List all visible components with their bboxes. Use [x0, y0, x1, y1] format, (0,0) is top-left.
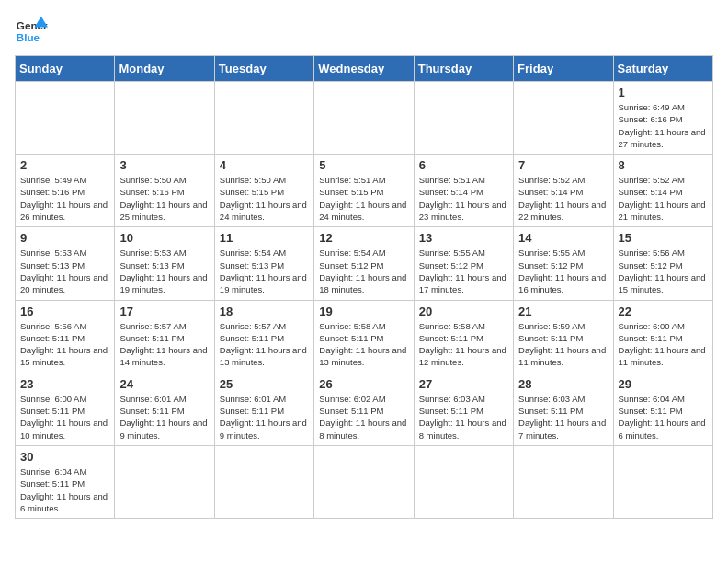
calendar-week-row: 9Sunrise: 5:53 AM Sunset: 5:13 PM Daylig… [16, 227, 713, 300]
day-number: 24 [119, 377, 209, 391]
day-info: Sunrise: 5:55 AM Sunset: 5:12 PM Dayligh… [518, 247, 608, 295]
day-info: Sunrise: 5:49 AM Sunset: 5:16 PM Dayligh… [20, 174, 109, 223]
calendar-cell: 23Sunrise: 6:00 AM Sunset: 5:11 PM Dayli… [16, 373, 115, 445]
calendar-cell [16, 82, 115, 155]
calendar-cell: 15Sunrise: 5:56 AM Sunset: 5:12 PM Dayli… [613, 227, 712, 300]
page-header: GeneralBlue [15, 15, 713, 48]
calendar-cell: 22Sunrise: 6:00 AM Sunset: 5:11 PM Dayli… [613, 300, 712, 373]
svg-text:Blue: Blue [17, 31, 40, 43]
col-header-thursday: Thursday [414, 56, 513, 82]
calendar-cell: 10Sunrise: 5:53 AM Sunset: 5:13 PM Dayli… [115, 227, 214, 300]
day-info: Sunrise: 6:01 AM Sunset: 5:11 PM Dayligh… [119, 393, 209, 442]
day-number: 11 [220, 231, 309, 245]
calendar-cell [314, 445, 414, 518]
calendar-cell [214, 445, 313, 518]
day-number: 20 [419, 304, 508, 318]
calendar-cell: 27Sunrise: 6:03 AM Sunset: 5:11 PM Dayli… [414, 373, 513, 445]
calendar-cell: 12Sunrise: 5:54 AM Sunset: 5:12 PM Dayli… [314, 227, 414, 300]
day-info: Sunrise: 5:59 AM Sunset: 5:11 PM Dayligh… [518, 320, 608, 369]
day-number: 10 [119, 231, 209, 245]
calendar-week-row: 1Sunrise: 6:49 AM Sunset: 6:16 PM Daylig… [16, 82, 713, 155]
day-number: 4 [220, 158, 309, 172]
day-info: Sunrise: 5:57 AM Sunset: 5:11 PM Dayligh… [119, 320, 209, 369]
calendar-cell [115, 82, 214, 155]
day-info: Sunrise: 5:52 AM Sunset: 5:14 PM Dayligh… [518, 174, 608, 223]
day-number: 2 [20, 158, 109, 172]
calendar-cell [214, 82, 313, 155]
day-info: Sunrise: 6:49 AM Sunset: 6:16 PM Dayligh… [619, 101, 708, 150]
calendar-cell: 7Sunrise: 5:52 AM Sunset: 5:14 PM Daylig… [514, 155, 613, 227]
calendar-cell: 17Sunrise: 5:57 AM Sunset: 5:11 PM Dayli… [115, 300, 214, 373]
day-info: Sunrise: 6:01 AM Sunset: 5:11 PM Dayligh… [220, 393, 309, 442]
day-number: 28 [518, 377, 608, 391]
day-info: Sunrise: 5:58 AM Sunset: 5:11 PM Dayligh… [319, 320, 408, 369]
calendar-cell: 30Sunrise: 6:04 AM Sunset: 5:11 PM Dayli… [16, 445, 115, 518]
day-number: 18 [220, 304, 309, 318]
calendar-cell [314, 82, 414, 155]
day-info: Sunrise: 5:55 AM Sunset: 5:12 PM Dayligh… [419, 247, 508, 295]
calendar-cell: 16Sunrise: 5:56 AM Sunset: 5:11 PM Dayli… [16, 300, 115, 373]
day-info: Sunrise: 5:56 AM Sunset: 5:12 PM Dayligh… [619, 247, 708, 295]
calendar-cell: 9Sunrise: 5:53 AM Sunset: 5:13 PM Daylig… [16, 227, 115, 300]
calendar-table: SundayMondayTuesdayWednesdayThursdayFrid… [15, 55, 713, 519]
logo: GeneralBlue [15, 15, 48, 48]
day-number: 22 [619, 304, 708, 318]
day-number: 23 [20, 377, 109, 391]
calendar-cell: 3Sunrise: 5:50 AM Sunset: 5:16 PM Daylig… [115, 155, 214, 227]
day-info: Sunrise: 5:54 AM Sunset: 5:12 PM Dayligh… [319, 247, 408, 295]
calendar-cell: 19Sunrise: 5:58 AM Sunset: 5:11 PM Dayli… [314, 300, 414, 373]
day-number: 6 [419, 158, 508, 172]
day-number: 8 [619, 158, 708, 172]
day-number: 29 [619, 377, 708, 391]
day-info: Sunrise: 5:53 AM Sunset: 5:13 PM Dayligh… [119, 247, 209, 295]
calendar-cell [613, 445, 712, 518]
col-header-monday: Monday [115, 56, 214, 82]
day-number: 15 [619, 231, 708, 245]
calendar-cell: 21Sunrise: 5:59 AM Sunset: 5:11 PM Dayli… [514, 300, 613, 373]
day-info: Sunrise: 5:56 AM Sunset: 5:11 PM Dayligh… [20, 320, 109, 369]
calendar-week-row: 16Sunrise: 5:56 AM Sunset: 5:11 PM Dayli… [16, 300, 713, 373]
calendar-cell: 20Sunrise: 5:58 AM Sunset: 5:11 PM Dayli… [414, 300, 513, 373]
calendar-cell: 26Sunrise: 6:02 AM Sunset: 5:11 PM Dayli… [314, 373, 414, 445]
col-header-friday: Friday [514, 56, 613, 82]
day-number: 19 [319, 304, 408, 318]
day-number: 30 [20, 450, 109, 464]
calendar-cell [414, 82, 513, 155]
calendar-week-row: 2Sunrise: 5:49 AM Sunset: 5:16 PM Daylig… [16, 155, 713, 227]
calendar-cell [514, 445, 613, 518]
calendar-cell: 6Sunrise: 5:51 AM Sunset: 5:14 PM Daylig… [414, 155, 513, 227]
day-info: Sunrise: 6:03 AM Sunset: 5:11 PM Dayligh… [419, 393, 508, 442]
day-number: 14 [518, 231, 608, 245]
day-number: 21 [518, 304, 608, 318]
day-number: 25 [220, 377, 309, 391]
day-number: 3 [119, 158, 209, 172]
calendar-cell: 13Sunrise: 5:55 AM Sunset: 5:12 PM Dayli… [414, 227, 513, 300]
calendar-cell [115, 445, 214, 518]
day-info: Sunrise: 6:04 AM Sunset: 5:11 PM Dayligh… [20, 465, 109, 514]
day-info: Sunrise: 6:02 AM Sunset: 5:11 PM Dayligh… [319, 393, 408, 442]
day-number: 12 [319, 231, 408, 245]
day-number: 26 [319, 377, 408, 391]
calendar-cell: 14Sunrise: 5:55 AM Sunset: 5:12 PM Dayli… [514, 227, 613, 300]
day-number: 27 [419, 377, 508, 391]
calendar-cell: 11Sunrise: 5:54 AM Sunset: 5:13 PM Dayli… [214, 227, 313, 300]
day-info: Sunrise: 6:04 AM Sunset: 5:11 PM Dayligh… [619, 393, 708, 442]
col-header-sunday: Sunday [16, 56, 115, 82]
calendar-header-row: SundayMondayTuesdayWednesdayThursdayFrid… [16, 56, 713, 82]
day-info: Sunrise: 5:50 AM Sunset: 5:15 PM Dayligh… [220, 174, 309, 223]
calendar-cell: 18Sunrise: 5:57 AM Sunset: 5:11 PM Dayli… [214, 300, 313, 373]
day-number: 7 [518, 158, 608, 172]
day-info: Sunrise: 5:51 AM Sunset: 5:14 PM Dayligh… [419, 174, 508, 223]
calendar-cell: 4Sunrise: 5:50 AM Sunset: 5:15 PM Daylig… [214, 155, 313, 227]
calendar-cell: 5Sunrise: 5:51 AM Sunset: 5:15 PM Daylig… [314, 155, 414, 227]
day-number: 9 [20, 231, 109, 245]
calendar-cell: 28Sunrise: 6:03 AM Sunset: 5:11 PM Dayli… [514, 373, 613, 445]
col-header-wednesday: Wednesday [314, 56, 414, 82]
day-info: Sunrise: 6:00 AM Sunset: 5:11 PM Dayligh… [20, 393, 109, 442]
calendar-cell: 8Sunrise: 5:52 AM Sunset: 5:14 PM Daylig… [613, 155, 712, 227]
col-header-saturday: Saturday [613, 56, 712, 82]
calendar-cell [414, 445, 513, 518]
calendar-cell [514, 82, 613, 155]
day-info: Sunrise: 5:57 AM Sunset: 5:11 PM Dayligh… [220, 320, 309, 369]
calendar-cell: 2Sunrise: 5:49 AM Sunset: 5:16 PM Daylig… [16, 155, 115, 227]
